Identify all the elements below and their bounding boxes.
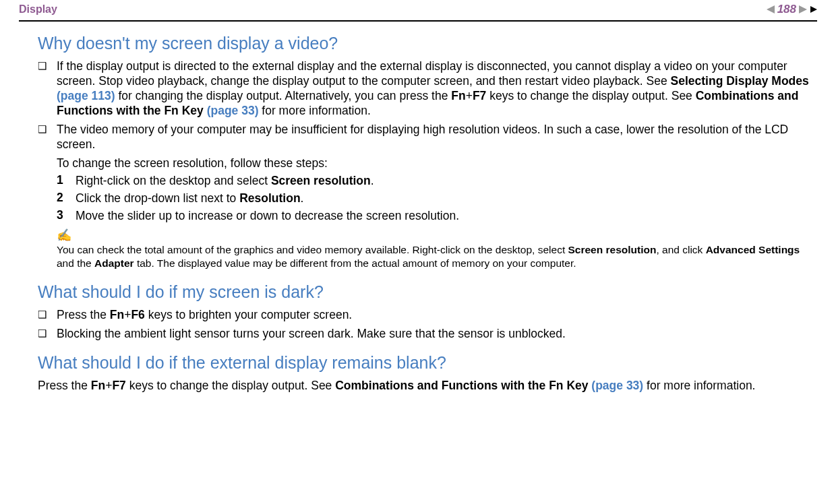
page-link[interactable]: (page 33) [207,104,259,117]
section-heading: What should I do if the external display… [38,353,810,373]
document-page: Display 188 Why doesn't my screen displa… [0,0,836,504]
bullet-text: Blocking the ambient light sensor turns … [57,326,810,341]
doc-section-title: Display [19,3,57,15]
page-number: 188 [777,3,796,16]
page-link[interactable]: (page 33) [591,379,643,392]
header-divider [19,20,817,22]
page-content: Why doesn't my screen display a video? ❑… [19,34,817,393]
bullet-marker-icon: ❑ [38,122,57,137]
section-heading: Why doesn't my screen display a video? [38,34,810,53]
bullet-item: ❑ The video memory of your computer may … [38,122,810,152]
step-number: 3 [57,208,76,223]
bullet-marker-icon: ❑ [38,326,57,341]
paragraph: Press the Fn+F7 keys to change the displ… [38,378,810,393]
bullet-text: If the display output is directed to the… [57,59,810,118]
page-link[interactable]: (page 113) [57,89,115,102]
bullet-marker-icon: ❑ [38,307,57,322]
page-navigator: 188 [767,3,817,16]
page-header: Display 188 [19,0,817,19]
next-page-arrow-grey-icon[interactable] [799,5,807,13]
bullet-text: Press the Fn+F6 keys to brighten your co… [57,307,810,322]
numbered-step: 2 Click the drop-down list next to Resol… [57,191,810,206]
bullet-item: ❑ Blocking the ambient light sensor turn… [38,326,810,341]
note-pencil-icon: ✍ [57,228,810,242]
step-number: 2 [57,191,76,206]
note-text: You can check the total amount of the gr… [57,243,810,270]
bullet-text: The video memory of your computer may be… [57,122,810,152]
bullet-marker-icon: ❑ [38,59,57,73]
prev-page-arrow-icon[interactable] [767,5,775,13]
step-text: Click the drop-down list next to Resolut… [76,191,810,206]
note-block: ✍ You can check the total amount of the … [57,228,810,270]
bullet-item: ❑ Press the Fn+F6 keys to brighten your … [38,307,810,322]
section-heading: What should I do if my screen is dark? [38,282,810,302]
next-page-arrow-black-icon[interactable] [810,6,817,13]
step-number: 1 [57,173,76,188]
step-text: Right-click on the desktop and select Sc… [76,173,810,188]
step-text: Move the slider up to increase or down t… [76,208,810,223]
sub-paragraph: To change the screen resolution, follow … [57,156,810,170]
numbered-step: 3 Move the slider up to increase or down… [57,208,810,223]
numbered-step: 1 Right-click on the desktop and select … [57,173,810,188]
bullet-item: ❑ If the display output is directed to t… [38,59,810,118]
